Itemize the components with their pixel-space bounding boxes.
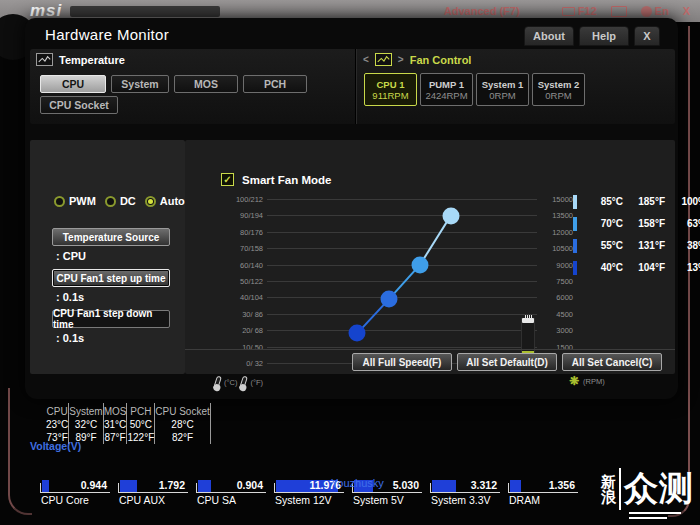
footer-button[interactable]: All Full Speed(F) xyxy=(352,353,452,371)
curve-table-row: 70°C 158°F 63% xyxy=(573,216,700,231)
curve-table-row: 55°C 131°F 38% xyxy=(573,238,700,253)
voltage-name: System 12V xyxy=(275,494,332,506)
voltage-bar xyxy=(198,480,211,492)
temperature-tab[interactable]: MOS xyxy=(174,75,238,93)
readout-fahrenheit: 82°F xyxy=(155,431,209,444)
dialog-footer: All Full Speed(F)All Set Default(D)All S… xyxy=(185,349,675,374)
fan-tab-name: System 2 xyxy=(538,79,580,90)
voltage-value: 1.356 xyxy=(549,479,575,491)
curve-color-swatch xyxy=(573,239,577,253)
voltage-readout: 1.356 DRAM xyxy=(508,470,578,506)
hotkey-label: F12 xyxy=(578,5,597,17)
temperature-tabs: CPUSystemMOSPCH xyxy=(40,75,307,93)
temperature-readouts: CPU 23°C 73°F System 32°C 89°F MOS 31°C … xyxy=(46,403,211,444)
fan-prev-arrow[interactable]: < xyxy=(363,54,369,65)
voltage-name: CPU Core xyxy=(41,494,89,506)
voltage-name: DRAM xyxy=(509,494,540,506)
readout-celsius: 32°C xyxy=(69,418,102,431)
curve-color-swatch xyxy=(573,195,577,209)
temperature-tab[interactable]: CPU xyxy=(40,75,106,93)
fan-curve-point[interactable] xyxy=(442,207,459,224)
voltage-section-label: Voltage(V) xyxy=(30,440,81,452)
fan-tab[interactable]: CPU 1 911RPM xyxy=(364,73,417,106)
y-tick-rpm: 6000 xyxy=(543,293,573,302)
slider-handle[interactable] xyxy=(522,318,534,323)
fan-curve-point[interactable] xyxy=(380,291,397,308)
fan-tab[interactable]: System 1 0RPM xyxy=(476,73,529,106)
fan-mode-radio[interactable]: Auto xyxy=(145,195,185,207)
about-button[interactable]: About xyxy=(524,26,574,46)
screenshot-hotkey[interactable]: F12 xyxy=(562,5,597,17)
voltage-baseline xyxy=(430,492,500,493)
temperature-tab[interactable]: PCH xyxy=(243,75,307,93)
fan-settings-panel: PWM DC Auto Temperature Source : CPU CPU… xyxy=(30,140,185,374)
temperature-readout: CPU Socket 28°C 82°F xyxy=(155,403,210,444)
fan-mode-radios: PWM DC Auto xyxy=(54,195,185,207)
smart-fan-mode-checkbox[interactable]: ✓ Smart Fan Mode xyxy=(221,173,331,186)
curve-temp-f: 158°F xyxy=(623,218,665,229)
curve-temp-c: 55°C xyxy=(591,240,623,251)
fan-control-graph-icon xyxy=(375,53,392,66)
radio-label: PWM xyxy=(69,195,96,207)
fan-chart-ticks-right: 1500013500120001050090007500600045003000… xyxy=(543,199,573,363)
y-tick-temperature: 70/158 xyxy=(213,244,263,253)
watermark-char: 新 xyxy=(601,474,616,489)
curve-temp-f: 131°F xyxy=(623,240,665,251)
language-switch[interactable]: En xyxy=(641,5,669,17)
readout-celsius: 31°C xyxy=(104,418,127,431)
y-tick-temperature: 30/ 86 xyxy=(213,309,263,318)
bios-mode-label[interactable]: Advanced (F7) xyxy=(444,5,520,17)
temperature-tab[interactable]: CPU Socket xyxy=(40,96,118,114)
close-button[interactable]: X xyxy=(634,26,660,46)
fahrenheit-axis-label: (°F) xyxy=(250,378,263,387)
monitor-header-strip: Temperature CPUSystemMOSPCH CPU Socket <… xyxy=(30,49,675,124)
section-divider xyxy=(355,49,356,124)
y-tick-rpm: 10500 xyxy=(543,244,573,253)
temperature-source-button[interactable]: Temperature Source xyxy=(52,228,170,246)
fan-curve-plot[interactable] xyxy=(267,199,537,363)
watermark-main: 众测 xyxy=(624,466,694,512)
smart-fan-mode-label: Smart Fan Mode xyxy=(242,174,331,186)
fan-curve-point[interactable] xyxy=(412,256,429,273)
fan-mode-radio[interactable]: PWM xyxy=(54,195,96,207)
curve-fan-percent: 38% xyxy=(665,240,700,251)
site-watermark: 新 浪 众测 xyxy=(601,466,694,512)
voltage-value: 3.312 xyxy=(471,479,497,491)
help-button[interactable]: Help xyxy=(579,26,629,46)
fan-next-arrow[interactable]: > xyxy=(398,54,404,65)
fan-tab[interactable]: System 2 0RPM xyxy=(532,73,585,106)
readout-label: CPU xyxy=(46,405,68,418)
voltage-baseline xyxy=(274,492,344,493)
fan-curve-point[interactable] xyxy=(349,325,366,342)
voltage-value: 1.792 xyxy=(159,479,185,491)
watermark-divider xyxy=(619,468,621,510)
curve-fan-percent: 13% xyxy=(665,262,700,273)
step-up-time-button[interactable]: CPU Fan1 step up time xyxy=(52,269,170,287)
voltage-baseline xyxy=(352,492,422,493)
camera-icon xyxy=(562,7,575,16)
voltage-name: CPU AUX xyxy=(119,494,165,506)
language-label: En xyxy=(655,5,669,17)
voltage-value: 5.030 xyxy=(393,479,419,491)
voltage-scale-tick xyxy=(274,483,275,492)
celsius-axis-label: (°C) xyxy=(224,378,237,387)
fan-curve-line xyxy=(267,199,537,363)
readout-celsius: 28°C xyxy=(155,418,209,431)
readout-celsius: 23°C xyxy=(46,418,68,431)
temperature-tab[interactable]: System xyxy=(111,75,169,93)
language-icon xyxy=(641,6,652,17)
monitor-icon[interactable] xyxy=(611,6,627,17)
bios-close-button[interactable]: X xyxy=(683,5,690,17)
y-tick-rpm: 9000 xyxy=(543,260,573,269)
y-tick-rpm: 15000 xyxy=(543,195,573,204)
footer-button[interactable]: All Set Cancel(C) xyxy=(562,353,662,371)
bios-logo-text xyxy=(70,6,220,17)
fan-tab[interactable]: PUMP 1 2424RPM xyxy=(420,73,473,106)
step-down-time-button[interactable]: CPU Fan1 step down time xyxy=(52,310,170,328)
y-tick-temperature: 100/212 xyxy=(213,195,263,204)
fan-mode-radio[interactable]: DC xyxy=(105,195,136,207)
y-tick-temperature: 80/176 xyxy=(213,227,263,236)
footer-button[interactable]: All Set Default(D) xyxy=(457,353,557,371)
voltage-scale-tick xyxy=(196,483,197,492)
checkbox-check-icon: ✓ xyxy=(221,173,234,186)
